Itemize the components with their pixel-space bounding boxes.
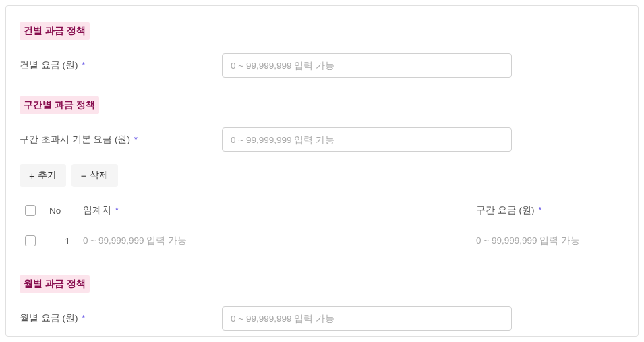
select-all-checkbox[interactable]: [25, 205, 36, 216]
required-mark: *: [538, 205, 541, 215]
add-button[interactable]: + 추가: [20, 164, 66, 187]
delete-button-label: 삭제: [90, 169, 109, 181]
tiered-button-group: + 추가 − 삭제: [20, 164, 624, 187]
per-case-fee-label-text: 건별 요금 (원): [20, 60, 78, 70]
tiered-base-fee-label-text: 구간 초과시 기본 요금 (원): [20, 134, 130, 144]
header-range-fee-text: 구간 요금 (원): [476, 205, 535, 215]
per-case-fee-label: 건별 요금 (원) *: [20, 59, 222, 72]
tiered-section: 구간별 과금 정책 구간 초과시 기본 요금 (원) * + 추가 − 삭제: [20, 96, 624, 256]
required-mark: *: [134, 134, 138, 144]
header-range-fee: 구간 요금 (원) *: [476, 204, 624, 217]
tiered-title: 구간별 과금 정책: [20, 96, 99, 114]
tiered-table: No 임계치 * 구간 요금 (원) * 1 0 ~ 99,999,999 입력…: [20, 198, 624, 256]
per-case-fee-row: 건별 요금 (원) *: [20, 53, 624, 78]
per-case-title: 건별 과금 정책: [20, 22, 90, 40]
monthly-fee-input[interactable]: [222, 306, 512, 331]
monthly-section: 월별 과금 정책 월별 요금 (원) *: [20, 275, 624, 331]
plus-icon: +: [29, 171, 35, 181]
per-case-section: 건별 과금 정책 건별 요금 (원) *: [20, 22, 624, 78]
billing-policy-form: 건별 과금 정책 건별 요금 (원) * 구간별 과금 정책 구간 초과시 기본…: [5, 5, 639, 337]
required-mark: *: [82, 60, 85, 70]
header-no: No: [49, 206, 83, 216]
delete-button[interactable]: − 삭제: [71, 164, 118, 187]
header-threshold-text: 임계치: [83, 205, 111, 215]
table-header: No 임계치 * 구간 요금 (원) *: [20, 198, 624, 225]
tiered-base-fee-label: 구간 초과시 기본 요금 (원) *: [20, 134, 222, 146]
monthly-title: 월별 과금 정책: [20, 275, 90, 293]
row-checkbox-col: [25, 235, 49, 246]
table-row: 1 0 ~ 99,999,999 입력 가능 0 ~ 99,999,999 입력…: [20, 225, 624, 256]
monthly-fee-label: 월별 요금 (원) *: [20, 312, 222, 324]
monthly-fee-row: 월별 요금 (원) *: [20, 306, 624, 331]
header-checkbox-col: [25, 205, 49, 216]
row-range-fee-input[interactable]: 0 ~ 99,999,999 입력 가능: [476, 235, 624, 247]
per-case-fee-input[interactable]: [222, 53, 512, 78]
tiered-base-fee-input[interactable]: [222, 127, 512, 152]
row-no: 1: [49, 236, 83, 246]
add-button-label: 추가: [38, 169, 57, 181]
tiered-base-fee-row: 구간 초과시 기본 요금 (원) *: [20, 127, 624, 152]
monthly-fee-label-text: 월별 요금 (원): [20, 313, 78, 323]
row-checkbox[interactable]: [25, 235, 36, 246]
row-threshold-input[interactable]: 0 ~ 99,999,999 입력 가능: [83, 235, 476, 247]
header-threshold: 임계치 *: [83, 204, 476, 217]
required-mark: *: [115, 205, 119, 215]
minus-icon: −: [81, 171, 87, 181]
required-mark: *: [82, 313, 85, 323]
